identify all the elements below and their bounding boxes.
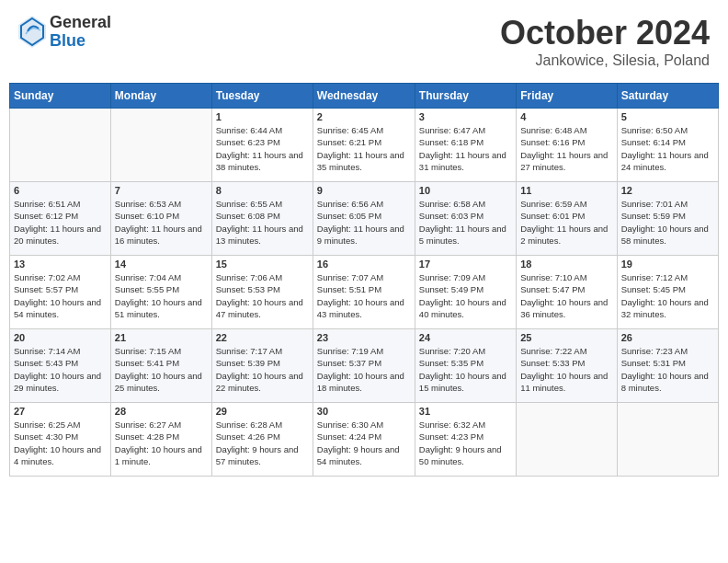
daylight-text: Daylight: 10 hours and 29 minutes. xyxy=(14,371,101,393)
calendar-cell: 14 Sunrise: 7:04 AM Sunset: 5:55 PM Dayl… xyxy=(110,256,211,329)
sunset-text: Sunset: 6:16 PM xyxy=(520,137,585,147)
day-number: 4 xyxy=(520,111,612,122)
day-info: Sunrise: 7:04 AM Sunset: 5:55 PM Dayligh… xyxy=(115,271,208,320)
day-info: Sunrise: 6:55 AM Sunset: 6:08 PM Dayligh… xyxy=(216,198,309,247)
calendar-cell xyxy=(517,403,617,477)
calendar-cell: 13 Sunrise: 7:02 AM Sunset: 5:57 PM Dayl… xyxy=(10,256,111,329)
sunrise-text: Sunrise: 6:45 AM xyxy=(317,125,383,135)
daylight-text: Daylight: 11 hours and 13 minutes. xyxy=(216,224,303,246)
sunrise-text: Sunrise: 7:02 AM xyxy=(14,272,80,282)
day-number: 24 xyxy=(419,332,512,343)
daylight-text: Daylight: 10 hours and 51 minutes. xyxy=(115,297,202,319)
calendar-cell: 17 Sunrise: 7:09 AM Sunset: 5:49 PM Dayl… xyxy=(415,256,516,329)
sunrise-text: Sunrise: 6:53 AM xyxy=(115,199,181,209)
sunset-text: Sunset: 5:51 PM xyxy=(317,284,381,294)
day-number: 17 xyxy=(419,259,512,270)
day-info: Sunrise: 7:06 AM Sunset: 5:53 PM Dayligh… xyxy=(216,271,309,320)
sunset-text: Sunset: 5:57 PM xyxy=(14,284,78,294)
sunrise-text: Sunrise: 7:20 AM xyxy=(419,346,485,356)
calendar-cell: 30 Sunrise: 6:30 AM Sunset: 4:24 PM Dayl… xyxy=(313,403,415,477)
calendar-table: SundayMondayTuesdayWednesdayThursdayFrid… xyxy=(9,83,719,477)
sunrise-text: Sunrise: 7:15 AM xyxy=(115,346,181,356)
calendar-header-friday: Friday xyxy=(517,84,617,109)
sunrise-text: Sunrise: 6:44 AM xyxy=(216,125,282,135)
daylight-text: Daylight: 10 hours and 11 minutes. xyxy=(520,371,608,393)
sunset-text: Sunset: 6:08 PM xyxy=(216,211,280,221)
sunrise-text: Sunrise: 7:17 AM xyxy=(216,346,282,356)
calendar-cell xyxy=(10,109,111,182)
day-number: 15 xyxy=(216,259,309,270)
daylight-text: Daylight: 11 hours and 31 minutes. xyxy=(419,150,506,172)
day-info: Sunrise: 6:45 AM Sunset: 6:21 PM Dayligh… xyxy=(317,124,411,173)
sunrise-text: Sunrise: 6:50 AM xyxy=(621,125,688,135)
calendar-week-5: 27 Sunrise: 6:25 AM Sunset: 4:30 PM Dayl… xyxy=(10,403,719,477)
day-info: Sunrise: 6:27 AM Sunset: 4:28 PM Dayligh… xyxy=(115,419,208,467)
day-number: 31 xyxy=(419,406,512,417)
day-number: 13 xyxy=(14,259,107,270)
sunrise-text: Sunrise: 6:27 AM xyxy=(115,419,181,430)
day-number: 21 xyxy=(115,332,208,343)
day-number: 2 xyxy=(317,111,411,122)
sunset-text: Sunset: 6:23 PM xyxy=(216,137,280,147)
sunset-text: Sunset: 4:26 PM xyxy=(216,431,280,442)
sunrise-text: Sunrise: 6:59 AM xyxy=(520,199,586,209)
sunrise-text: Sunrise: 7:07 AM xyxy=(317,272,383,282)
calendar-cell: 24 Sunrise: 7:20 AM Sunset: 5:35 PM Dayl… xyxy=(415,329,516,403)
calendar-cell: 31 Sunrise: 6:32 AM Sunset: 4:23 PM Dayl… xyxy=(415,403,516,477)
day-info: Sunrise: 7:23 AM Sunset: 5:31 PM Dayligh… xyxy=(621,345,714,394)
calendar-week-3: 13 Sunrise: 7:02 AM Sunset: 5:57 PM Dayl… xyxy=(10,256,719,329)
day-info: Sunrise: 7:10 AM Sunset: 5:47 PM Dayligh… xyxy=(520,271,612,320)
calendar-cell: 28 Sunrise: 6:27 AM Sunset: 4:28 PM Dayl… xyxy=(110,403,211,477)
day-info: Sunrise: 7:09 AM Sunset: 5:49 PM Dayligh… xyxy=(419,271,512,320)
calendar-cell: 1 Sunrise: 6:44 AM Sunset: 6:23 PM Dayli… xyxy=(211,109,313,182)
day-info: Sunrise: 6:59 AM Sunset: 6:01 PM Dayligh… xyxy=(520,198,612,247)
calendar-header-tuesday: Tuesday xyxy=(211,84,313,109)
daylight-text: Daylight: 10 hours and 36 minutes. xyxy=(520,297,608,319)
sunrise-text: Sunrise: 7:09 AM xyxy=(419,272,485,282)
calendar-header-sunday: Sunday xyxy=(10,84,111,109)
sunrise-text: Sunrise: 6:48 AM xyxy=(520,125,586,135)
sunrise-text: Sunrise: 6:28 AM xyxy=(216,419,282,430)
day-number: 6 xyxy=(14,185,107,196)
day-info: Sunrise: 7:22 AM Sunset: 5:33 PM Dayligh… xyxy=(520,345,612,394)
sunset-text: Sunset: 5:41 PM xyxy=(115,358,179,368)
calendar-cell: 27 Sunrise: 6:25 AM Sunset: 4:30 PM Dayl… xyxy=(10,403,111,477)
day-number: 22 xyxy=(216,332,309,343)
daylight-text: Daylight: 9 hours and 57 minutes. xyxy=(216,444,299,466)
day-info: Sunrise: 7:07 AM Sunset: 5:51 PM Dayligh… xyxy=(317,271,411,320)
daylight-text: Daylight: 10 hours and 32 minutes. xyxy=(621,297,709,319)
day-info: Sunrise: 7:01 AM Sunset: 5:59 PM Dayligh… xyxy=(621,198,714,247)
sunset-text: Sunset: 6:18 PM xyxy=(419,137,483,147)
calendar-cell: 11 Sunrise: 6:59 AM Sunset: 6:01 PM Dayl… xyxy=(517,182,617,256)
day-info: Sunrise: 6:56 AM Sunset: 6:05 PM Dayligh… xyxy=(317,198,411,247)
calendar-cell: 25 Sunrise: 7:22 AM Sunset: 5:33 PM Dayl… xyxy=(517,329,617,403)
daylight-text: Daylight: 9 hours and 50 minutes. xyxy=(419,444,502,466)
sunrise-text: Sunrise: 7:04 AM xyxy=(115,272,181,282)
calendar-cell: 21 Sunrise: 7:15 AM Sunset: 5:41 PM Dayl… xyxy=(110,329,211,403)
month-title: October 2024 xyxy=(500,14,710,52)
daylight-text: Daylight: 10 hours and 1 minute. xyxy=(115,444,202,466)
daylight-text: Daylight: 11 hours and 24 minutes. xyxy=(621,150,709,172)
calendar-cell xyxy=(110,109,211,182)
daylight-text: Daylight: 10 hours and 4 minutes. xyxy=(14,444,101,466)
day-info: Sunrise: 6:32 AM Sunset: 4:23 PM Dayligh… xyxy=(419,419,512,467)
sunset-text: Sunset: 5:33 PM xyxy=(520,358,585,368)
calendar-cell: 18 Sunrise: 7:10 AM Sunset: 5:47 PM Dayl… xyxy=(517,256,617,329)
calendar-header-thursday: Thursday xyxy=(415,84,516,109)
sunrise-text: Sunrise: 6:32 AM xyxy=(419,419,485,430)
calendar-cell xyxy=(617,403,718,477)
daylight-text: Daylight: 11 hours and 5 minutes. xyxy=(419,224,506,246)
day-number: 30 xyxy=(317,406,411,417)
day-number: 19 xyxy=(621,259,714,270)
sunset-text: Sunset: 5:37 PM xyxy=(317,358,381,368)
logo-text: General Blue xyxy=(50,14,111,51)
sunrise-text: Sunrise: 6:58 AM xyxy=(419,199,485,209)
calendar-cell: 29 Sunrise: 6:28 AM Sunset: 4:26 PM Dayl… xyxy=(211,403,313,477)
day-number: 8 xyxy=(216,185,309,196)
sunset-text: Sunset: 5:59 PM xyxy=(621,211,686,221)
logo: General Blue xyxy=(18,14,111,51)
daylight-text: Daylight: 9 hours and 54 minutes. xyxy=(317,444,400,466)
calendar-cell: 15 Sunrise: 7:06 AM Sunset: 5:53 PM Dayl… xyxy=(211,256,313,329)
daylight-text: Daylight: 10 hours and 58 minutes. xyxy=(621,224,709,246)
day-number: 16 xyxy=(317,259,411,270)
